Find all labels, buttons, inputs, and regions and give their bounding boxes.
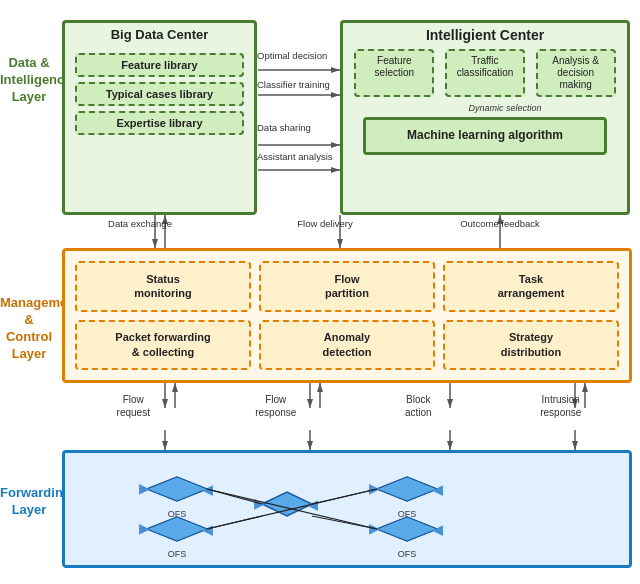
- svg-text:▶: ▶: [369, 480, 380, 496]
- svg-marker-37: [147, 517, 207, 541]
- big-data-title: Big Data Center: [65, 23, 254, 48]
- svg-text:▶: ▶: [202, 484, 213, 500]
- svg-text:OFS: OFS: [168, 549, 187, 557]
- middle-arrows: Optimal decision Classifier training Dat…: [257, 40, 342, 210]
- layer-label-intelligence: Data &IntelligenceLayer: [0, 55, 58, 106]
- ml-algorithm: Machine learning algorithm: [363, 117, 607, 155]
- arrow-label-assistant: Assistant analysis: [257, 151, 342, 162]
- lib-feature: Feature library: [75, 53, 244, 77]
- flow-partition: Flowpartition: [259, 261, 435, 312]
- intrusion-response-label: Intrusionresponse: [521, 393, 601, 419]
- outcome-feedback-label: Outcome feedback: [450, 218, 550, 229]
- layer-label-management: Management& ControlLayer: [0, 295, 58, 363]
- status-monitoring: Statusmonitoring: [75, 261, 251, 312]
- main-container: Data &IntelligenceLayer Management& Cont…: [0, 0, 640, 584]
- arrow-label-classifier: Classifier training: [257, 79, 342, 90]
- task-arrangement: Taskarrangement: [443, 261, 619, 312]
- lib-typical: Typical cases library: [75, 82, 244, 106]
- analysis-decision: Analysis &decisionmaking: [536, 49, 616, 97]
- block-action-label: Blockaction: [378, 393, 458, 419]
- flow-response-label: Flowresponse: [236, 393, 316, 419]
- arrow-label-data-sharing: Data sharing: [257, 122, 342, 133]
- svg-text:▶: ▶: [432, 484, 443, 500]
- management-box: Statusmonitoring Flowpartition Taskarran…: [62, 248, 632, 383]
- intelligent-center-box: Intelligient Center Featureselection Tra…: [340, 20, 630, 215]
- intel-top-row: Featureselection Trafficclassification A…: [349, 49, 621, 97]
- data-exchange-label: Data exchange: [100, 218, 180, 229]
- svg-text:▶: ▶: [139, 480, 150, 496]
- svg-marker-42: [377, 517, 437, 541]
- svg-text:▶: ▶: [432, 524, 443, 540]
- packet-forwarding: Packet forwarding& collecting: [75, 320, 251, 371]
- feature-selection: Featureselection: [354, 49, 434, 97]
- svg-text:OFS: OFS: [398, 549, 417, 557]
- layer-label-forwarding: ForwardingLayer: [0, 485, 58, 519]
- network-diagram: OFS ▶ ▶ OFS ▶ ▶ OFS ▶ ▶: [77, 457, 617, 557]
- lib-expertise: Expertise library: [75, 111, 244, 135]
- arrow-label-optimal: Optimal decision: [257, 50, 342, 61]
- svg-text:▶: ▶: [202, 524, 213, 540]
- intelligent-center-title: Intelligient Center: [343, 23, 627, 49]
- anomaly-detection: Anomalydetection: [259, 320, 435, 371]
- forwarding-box: OFS ▶ ▶ OFS ▶ ▶ OFS ▶ ▶: [62, 450, 632, 568]
- traffic-classification: Trafficclassification: [445, 49, 525, 97]
- dynamic-selection: Dynamic selection: [383, 103, 627, 113]
- management-grid: Statusmonitoring Flowpartition Taskarran…: [65, 251, 629, 380]
- big-data-center-box: Big Data Center Feature library Typical …: [62, 20, 257, 215]
- flow-delivery-label: Flow delivery: [285, 218, 365, 229]
- svg-marker-32: [377, 477, 437, 501]
- flow-labels-row: Flowrequest Flowresponse Blockaction Int…: [62, 393, 632, 419]
- svg-text:▶: ▶: [139, 520, 150, 536]
- svg-marker-27: [147, 477, 207, 501]
- flow-request-label: Flowrequest: [93, 393, 173, 419]
- strategy-distribution: Strategydistribution: [443, 320, 619, 371]
